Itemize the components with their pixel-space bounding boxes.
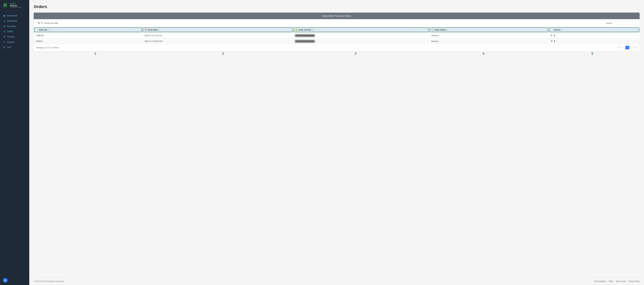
annotation-4: 4: [422, 52, 545, 56]
pagination-next[interactable]: ›: [630, 46, 633, 49]
pagination-prev[interactable]: ‹: [622, 46, 625, 49]
cart-icon: 🛒: [3, 46, 6, 48]
footer-link-faqs[interactable]: FAQs: [609, 280, 613, 282]
cell-invoice: 👁 ⬇: [548, 38, 640, 44]
search-control: Search:: [606, 21, 637, 25]
col-header-order-date: 📅 Order Date ▲▼: [142, 27, 293, 33]
copyright: © 2023-2024 Root Bridge Automations: [34, 280, 64, 282]
cell-order-status: Success: [429, 38, 548, 44]
sort-icons-invoice[interactable]: ▲▼: [561, 28, 562, 31]
entries-select[interactable]: 10 25 50: [36, 21, 43, 25]
cell-order-amount: ████████████: [293, 38, 429, 44]
search-label: Search:: [606, 22, 613, 24]
table-row: 3#2IELb 2024-11-13 05:25:09 ████████████…: [34, 38, 640, 44]
cell-invoice: 👁 ⬇: [548, 33, 640, 38]
sidebar-item-controls[interactable]: ⚙ Controls: [0, 34, 29, 40]
pagination-current[interactable]: 1: [626, 46, 629, 49]
orders-icon: ☰: [3, 30, 6, 33]
invoice-download-icon[interactable]: ⬇: [554, 40, 556, 42]
annotation-5: 5: [545, 52, 640, 56]
col-header-order-status: 📋 Order Status ▲▼: [429, 27, 548, 33]
footer-link-privacy[interactable]: Privacy Policy: [629, 280, 640, 282]
annotation-2: 2: [157, 52, 289, 56]
pagination-last[interactable]: »: [633, 46, 637, 49]
user-avatar[interactable]: U: [3, 278, 8, 283]
downloads-icon: ⬇: [3, 20, 6, 22]
support-icon: ↻: [3, 41, 6, 43]
col-header-order-amount: 💰 Order Amount ▲▼: [293, 27, 429, 33]
sidebar-item-support[interactable]: ↻ Support: [0, 40, 29, 45]
sidebar: ROOT BRIDGE AUTOMATIONS ▦ Dashboard ⬇ Do…: [0, 0, 29, 285]
cell-order-no: 3#2IELb: [34, 38, 142, 44]
main-content: Orders Subscription Purchase History 10 …: [29, 0, 644, 285]
footer-link-documentation[interactable]: Documentation: [594, 280, 606, 282]
col-header-invoice: 📄 Invoice ▲▼: [548, 27, 640, 33]
controls-icon: ⚙: [3, 36, 6, 38]
card-header: Subscription Purchase History: [34, 12, 640, 19]
page-title: Orders: [34, 4, 640, 9]
sidebar-item-downloads[interactable]: ⬇ Downloads: [0, 18, 29, 24]
dashboard-icon: ▦: [3, 14, 6, 17]
annotation-3: 3: [289, 52, 422, 56]
order-status-icon: 📋: [431, 29, 434, 31]
footer-link-terms[interactable]: Terms of Use: [616, 280, 626, 282]
pagination: « ‹ 1 › »: [617, 46, 637, 49]
table-controls: 10 25 50 entries per page Search:: [34, 19, 640, 27]
invoice-view-icon[interactable]: 👁: [550, 40, 553, 42]
sidebar-item-purchase[interactable]: 🛍 Purchase: [0, 24, 29, 29]
page-footer: © 2023-2024 Root Bridge Automations Docu…: [34, 278, 640, 285]
sidebar-footer: U: [0, 276, 29, 285]
pagination-first[interactable]: «: [617, 46, 621, 49]
sidebar-item-orders[interactable]: ☰ Orders: [0, 29, 29, 34]
logo-text: ROOT BRIDGE AUTOMATIONS: [10, 3, 21, 8]
invoice-download-icon[interactable]: ⬇: [554, 34, 556, 37]
search-input[interactable]: [614, 21, 637, 25]
invoice-icon: 📄: [550, 29, 553, 31]
table-footer: Showing 1 to 2 of 2 entries « ‹ 1 › »: [34, 44, 640, 51]
col-header-order-no: 📄 Order No. ▲▼: [34, 27, 142, 33]
order-no-icon: 📄: [36, 29, 38, 31]
cell-order-amount: ████████████: [293, 33, 429, 38]
purchase-icon: 🛍: [3, 25, 6, 27]
orders-card: Subscription Purchase History 10 25 50 e…: [34, 12, 640, 51]
cell-order-date: 2024-11-11 11:47:41: [142, 33, 293, 38]
sort-icons-order-date[interactable]: ▲▼: [158, 28, 160, 31]
showing-text: Showing 1 to 2 of 2 entries: [36, 46, 58, 49]
sort-icons-order-status[interactable]: ▲▼: [447, 28, 448, 31]
annotation-1: 1: [34, 52, 157, 56]
sort-icons-order-no[interactable]: ▲▼: [48, 28, 50, 31]
cell-order-no: 1#QKAEt: [34, 33, 142, 38]
footer-links: Documentation FAQs Terms of Use Privacy …: [594, 280, 640, 282]
sidebar-item-cart[interactable]: 🛒 Cart: [0, 45, 29, 50]
orders-table: 📄 Order No. ▲▼ 📅 Order Date ▲▼: [34, 27, 640, 44]
sidebar-item-dashboard[interactable]: ▦ Dashboard: [0, 13, 29, 18]
sidebar-nav: ▦ Dashboard ⬇ Downloads 🛍 Purchase ☰ Ord…: [0, 11, 29, 276]
sort-icons-order-amount[interactable]: ▲▼: [312, 28, 313, 31]
sidebar-logo: ROOT BRIDGE AUTOMATIONS: [0, 0, 29, 11]
order-amount-icon: 💰: [295, 29, 298, 31]
cell-order-date: 2024-11-13 05:25:09: [142, 38, 293, 44]
entries-control: 10 25 50 entries per page: [36, 21, 58, 25]
invoice-view-icon[interactable]: 👁: [550, 34, 553, 37]
cell-order-status: Success: [429, 33, 548, 38]
order-date-icon: 📅: [144, 29, 147, 31]
table-row: 1#QKAEt 2024-11-11 11:47:41 ████████████…: [34, 33, 640, 38]
